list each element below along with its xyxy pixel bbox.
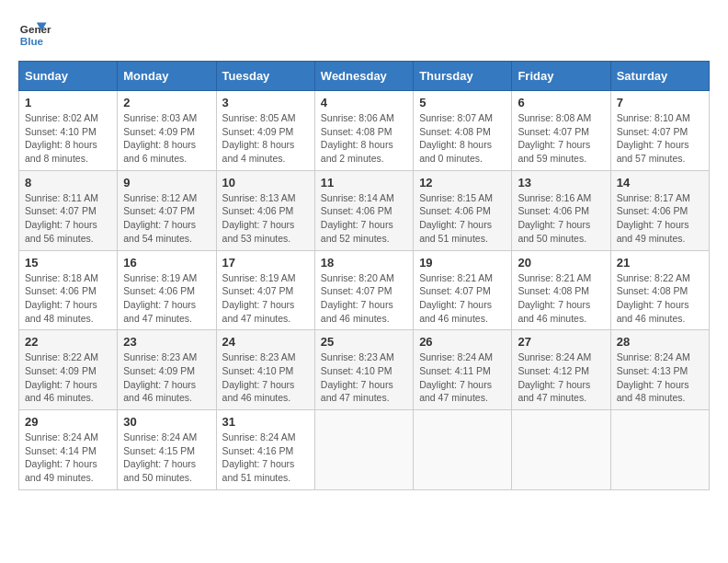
calendar-day-cell: 11Sunrise: 8:14 AM Sunset: 4:06 PM Dayli… [314, 170, 413, 250]
calendar-table: SundayMondayTuesdayWednesdayThursdayFrid… [18, 61, 710, 490]
calendar-week-row: 15Sunrise: 8:18 AM Sunset: 4:06 PM Dayli… [19, 250, 710, 330]
day-info: Sunrise: 8:24 AM Sunset: 4:11 PM Dayligh… [419, 350, 506, 405]
calendar-day-cell: 17Sunrise: 8:19 AM Sunset: 4:07 PM Dayli… [216, 250, 314, 330]
day-info: Sunrise: 8:21 AM Sunset: 4:08 PM Dayligh… [518, 271, 604, 326]
day-info: Sunrise: 8:03 AM Sunset: 4:09 PM Dayligh… [123, 111, 210, 166]
day-number: 1 [25, 96, 111, 109]
day-info: Sunrise: 8:18 AM Sunset: 4:06 PM Dayligh… [25, 271, 111, 326]
calendar-day-cell: 24Sunrise: 8:23 AM Sunset: 4:10 PM Dayli… [216, 330, 314, 410]
day-number: 21 [617, 256, 703, 270]
calendar-day-cell [512, 410, 610, 490]
calendar-header-cell: Tuesday [216, 62, 314, 91]
calendar-day-cell: 14Sunrise: 8:17 AM Sunset: 4:06 PM Dayli… [610, 170, 709, 250]
logo-icon: General Blue [18, 18, 51, 52]
day-number: 29 [25, 415, 111, 429]
day-info: Sunrise: 8:13 AM Sunset: 4:06 PM Dayligh… [222, 191, 309, 246]
day-info: Sunrise: 8:22 AM Sunset: 4:08 PM Dayligh… [617, 271, 703, 326]
day-info: Sunrise: 8:23 AM Sunset: 4:10 PM Dayligh… [321, 350, 407, 405]
day-info: Sunrise: 8:24 AM Sunset: 4:13 PM Dayligh… [617, 350, 703, 405]
day-info: Sunrise: 8:10 AM Sunset: 4:07 PM Dayligh… [617, 111, 703, 166]
day-number: 24 [222, 335, 309, 349]
day-number: 10 [222, 176, 309, 190]
calendar-day-cell: 19Sunrise: 8:21 AM Sunset: 4:07 PM Dayli… [414, 250, 512, 330]
day-number: 9 [123, 176, 210, 190]
day-number: 4 [321, 96, 407, 109]
day-info: Sunrise: 8:14 AM Sunset: 4:06 PM Dayligh… [321, 191, 407, 246]
day-number: 8 [25, 176, 111, 190]
calendar-day-cell: 13Sunrise: 8:16 AM Sunset: 4:06 PM Dayli… [512, 170, 610, 250]
calendar-header-cell: Friday [512, 62, 610, 91]
calendar-header-cell: Thursday [414, 62, 512, 91]
calendar-week-row: 29Sunrise: 8:24 AM Sunset: 4:14 PM Dayli… [19, 410, 710, 490]
day-info: Sunrise: 8:02 AM Sunset: 4:10 PM Dayligh… [25, 111, 111, 166]
day-info: Sunrise: 8:08 AM Sunset: 4:07 PM Dayligh… [518, 111, 604, 166]
calendar-day-cell: 30Sunrise: 8:24 AM Sunset: 4:15 PM Dayli… [118, 410, 216, 490]
day-number: 5 [419, 96, 506, 109]
page-header: General Blue [18, 18, 710, 52]
day-info: Sunrise: 8:22 AM Sunset: 4:09 PM Dayligh… [25, 350, 111, 405]
calendar-day-cell: 12Sunrise: 8:15 AM Sunset: 4:06 PM Dayli… [414, 170, 512, 250]
day-info: Sunrise: 8:24 AM Sunset: 4:16 PM Dayligh… [222, 431, 309, 485]
calendar-day-cell [414, 410, 512, 490]
logo: General Blue [18, 18, 51, 52]
day-number: 11 [321, 176, 407, 190]
day-info: Sunrise: 8:23 AM Sunset: 4:10 PM Dayligh… [222, 350, 309, 405]
day-number: 27 [518, 335, 604, 349]
day-number: 6 [518, 96, 604, 109]
day-info: Sunrise: 8:12 AM Sunset: 4:07 PM Dayligh… [123, 191, 210, 246]
calendar-day-cell: 7Sunrise: 8:10 AM Sunset: 4:07 PM Daylig… [610, 91, 709, 171]
day-number: 12 [419, 176, 506, 190]
calendar-day-cell: 18Sunrise: 8:20 AM Sunset: 4:07 PM Dayli… [314, 250, 413, 330]
calendar-day-cell [610, 410, 709, 490]
calendar-header-cell: Monday [118, 62, 216, 91]
day-number: 26 [419, 335, 506, 349]
day-number: 25 [321, 335, 407, 349]
calendar-day-cell: 20Sunrise: 8:21 AM Sunset: 4:08 PM Dayli… [512, 250, 610, 330]
calendar-header-cell: Wednesday [314, 62, 413, 91]
calendar-header-row: SundayMondayTuesdayWednesdayThursdayFrid… [19, 62, 710, 91]
svg-text:Blue: Blue [20, 35, 44, 47]
calendar-day-cell: 4Sunrise: 8:06 AM Sunset: 4:08 PM Daylig… [314, 91, 413, 171]
calendar-day-cell: 23Sunrise: 8:23 AM Sunset: 4:09 PM Dayli… [118, 330, 216, 410]
day-number: 16 [123, 256, 210, 270]
calendar-day-cell: 15Sunrise: 8:18 AM Sunset: 4:06 PM Dayli… [19, 250, 118, 330]
day-info: Sunrise: 8:06 AM Sunset: 4:08 PM Dayligh… [321, 111, 407, 166]
day-info: Sunrise: 8:05 AM Sunset: 4:09 PM Dayligh… [222, 111, 309, 166]
day-info: Sunrise: 8:24 AM Sunset: 4:15 PM Dayligh… [123, 431, 210, 485]
calendar-day-cell: 8Sunrise: 8:11 AM Sunset: 4:07 PM Daylig… [19, 170, 118, 250]
day-number: 3 [222, 96, 309, 109]
day-number: 13 [518, 176, 604, 190]
calendar-body: 1Sunrise: 8:02 AM Sunset: 4:10 PM Daylig… [19, 91, 710, 490]
day-number: 30 [123, 415, 210, 429]
day-info: Sunrise: 8:11 AM Sunset: 4:07 PM Dayligh… [25, 191, 111, 246]
day-number: 28 [617, 335, 703, 349]
day-info: Sunrise: 8:24 AM Sunset: 4:12 PM Dayligh… [518, 350, 604, 405]
calendar-day-cell: 3Sunrise: 8:05 AM Sunset: 4:09 PM Daylig… [216, 91, 314, 171]
day-info: Sunrise: 8:15 AM Sunset: 4:06 PM Dayligh… [419, 191, 506, 246]
day-number: 17 [222, 256, 309, 270]
calendar-header-cell: Sunday [19, 62, 118, 91]
calendar-day-cell: 25Sunrise: 8:23 AM Sunset: 4:10 PM Dayli… [314, 330, 413, 410]
calendar-day-cell: 27Sunrise: 8:24 AM Sunset: 4:12 PM Dayli… [512, 330, 610, 410]
calendar-day-cell: 5Sunrise: 8:07 AM Sunset: 4:08 PM Daylig… [414, 91, 512, 171]
day-info: Sunrise: 8:23 AM Sunset: 4:09 PM Dayligh… [123, 350, 210, 405]
calendar-day-cell: 31Sunrise: 8:24 AM Sunset: 4:16 PM Dayli… [216, 410, 314, 490]
day-info: Sunrise: 8:19 AM Sunset: 4:07 PM Dayligh… [222, 271, 309, 326]
day-info: Sunrise: 8:20 AM Sunset: 4:07 PM Dayligh… [321, 271, 407, 326]
calendar-week-row: 8Sunrise: 8:11 AM Sunset: 4:07 PM Daylig… [19, 170, 710, 250]
day-info: Sunrise: 8:17 AM Sunset: 4:06 PM Dayligh… [617, 191, 703, 246]
calendar-day-cell: 26Sunrise: 8:24 AM Sunset: 4:11 PM Dayli… [414, 330, 512, 410]
day-info: Sunrise: 8:21 AM Sunset: 4:07 PM Dayligh… [419, 271, 506, 326]
day-number: 15 [25, 256, 111, 270]
day-number: 20 [518, 256, 604, 270]
calendar-day-cell: 9Sunrise: 8:12 AM Sunset: 4:07 PM Daylig… [118, 170, 216, 250]
day-number: 7 [617, 96, 703, 109]
day-info: Sunrise: 8:24 AM Sunset: 4:14 PM Dayligh… [25, 431, 111, 485]
calendar-day-cell: 29Sunrise: 8:24 AM Sunset: 4:14 PM Dayli… [19, 410, 118, 490]
calendar-day-cell: 6Sunrise: 8:08 AM Sunset: 4:07 PM Daylig… [512, 91, 610, 171]
calendar-day-cell: 16Sunrise: 8:19 AM Sunset: 4:06 PM Dayli… [118, 250, 216, 330]
svg-text:General: General [20, 23, 51, 35]
calendar-day-cell: 28Sunrise: 8:24 AM Sunset: 4:13 PM Dayli… [610, 330, 709, 410]
day-number: 31 [222, 415, 309, 429]
calendar-header-cell: Saturday [610, 62, 709, 91]
